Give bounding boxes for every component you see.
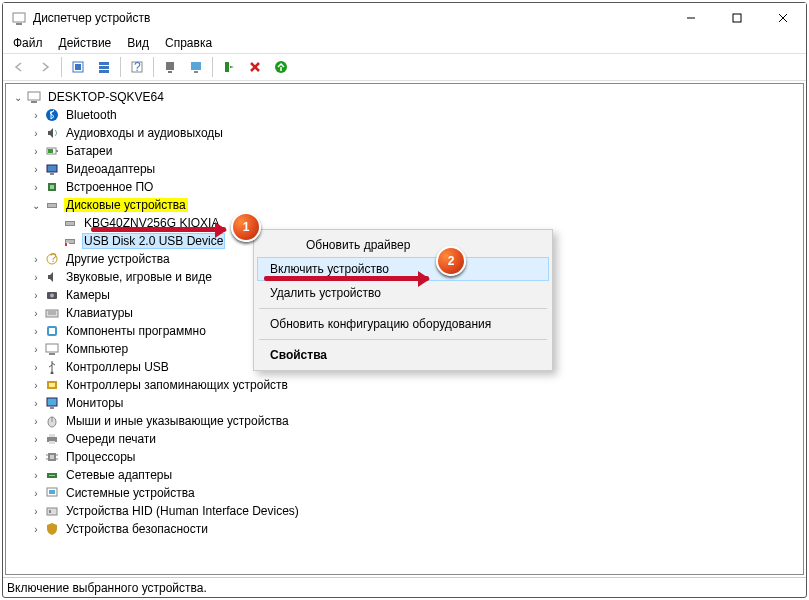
bluetooth-icon [44,107,60,123]
keyboard-icon [44,305,60,321]
toolbar-button[interactable] [217,55,241,79]
svg-rect-47 [46,344,58,352]
unknown-icon: ? [44,251,60,267]
svg-rect-51 [49,383,55,387]
expand-icon[interactable]: › [28,269,44,285]
expand-icon[interactable]: › [28,449,44,465]
collapse-icon[interactable]: ⌄ [10,89,26,105]
context-menu: Обновить драйвер Включить устройство Уда… [253,229,553,371]
expand-icon[interactable]: › [28,161,44,177]
tree-node[interactable]: ›Процессоры [10,448,803,466]
svg-point-41 [50,294,54,298]
svg-rect-27 [47,165,57,172]
expand-icon[interactable]: › [28,503,44,519]
tree-node[interactable]: ›Устройства HID (Human Interface Devices… [10,502,803,520]
svg-rect-69 [47,508,57,515]
expand-icon[interactable]: › [28,107,44,123]
svg-rect-28 [50,173,54,175]
menu-view[interactable]: Вид [121,34,155,52]
svg-rect-57 [49,434,55,437]
tree-node[interactable]: ›Очереди печати [10,430,803,448]
svg-rect-70 [49,510,51,513]
tree-node[interactable]: ›Устройства безопасности [10,520,803,538]
delete-button[interactable] [243,55,267,79]
disk-icon [62,215,78,231]
sound-icon [44,269,60,285]
tree-node[interactable]: ›Батареи [10,142,803,160]
expand-icon[interactable]: › [28,143,44,159]
menu-separator [259,339,547,340]
ctx-uninstall-device[interactable]: Удалить устройство [257,281,549,305]
expand-icon[interactable]: › [28,251,44,267]
menu-help[interactable]: Справка [159,34,218,52]
tree-node[interactable]: ›Контроллеры запоминающих устройств [10,376,803,394]
toolbar-button[interactable] [184,55,208,79]
svg-rect-25 [56,150,58,152]
svg-text:?: ? [134,60,141,74]
tree-root[interactable]: ⌄ DESKTOP-SQKVE64 [10,88,803,106]
expand-icon[interactable]: › [28,431,44,447]
mouse-icon [44,413,60,429]
expand-icon[interactable]: › [28,305,44,321]
expand-icon[interactable]: › [28,521,44,537]
svg-rect-26 [48,149,53,153]
svg-rect-16 [194,71,198,73]
svg-rect-58 [49,441,55,444]
ctx-properties[interactable]: Свойства [257,343,549,367]
ctx-scan-hardware[interactable]: Обновить конфигурацию оборудования [257,312,549,336]
close-button[interactable] [760,3,806,33]
enable-button[interactable] [269,55,293,79]
svg-rect-14 [168,71,172,73]
maximize-button[interactable] [714,3,760,33]
menu-action[interactable]: Действие [53,34,118,52]
expand-icon[interactable]: › [28,413,44,429]
forward-button[interactable] [33,55,57,79]
svg-rect-52 [47,398,57,406]
tree-node[interactable]: ›Сетевые адаптеры [10,466,803,484]
expand-icon[interactable]: › [28,395,44,411]
tree-node[interactable]: ›Системные устройства [10,484,803,502]
expand-icon[interactable]: › [28,377,44,393]
disk-icon [44,197,60,213]
svg-rect-15 [191,62,201,70]
software-icon [44,323,60,339]
tree-node[interactable]: ›Мониторы [10,394,803,412]
tree-node[interactable]: ›Видеоадаптеры [10,160,803,178]
toolbar-button[interactable] [158,55,182,79]
device-manager-window: Диспетчер устройств Файл Действие Вид Сп… [2,2,807,598]
printer-icon [44,431,60,447]
svg-point-49 [51,372,54,375]
expand-icon[interactable]: › [28,179,44,195]
svg-rect-30 [50,185,54,189]
menu-bar: Файл Действие Вид Справка [3,33,806,53]
tree-node[interactable]: ›Bluetooth [10,106,803,124]
tree-node[interactable]: ›Аудиовходы и аудиовыходы [10,124,803,142]
expand-icon[interactable]: › [28,467,44,483]
expand-icon[interactable]: › [28,485,44,501]
toolbar-button[interactable] [92,55,116,79]
svg-rect-34 [66,222,74,225]
back-button[interactable] [7,55,31,79]
battery-icon [44,143,60,159]
ctx-update-driver[interactable]: Обновить драйвер [257,233,549,257]
app-icon [11,10,27,26]
expand-icon[interactable]: › [28,323,44,339]
expand-icon[interactable]: › [28,125,44,141]
tree-node[interactable]: ›Встроенное ПО [10,178,803,196]
title-bar[interactable]: Диспетчер устройств [3,3,806,33]
help-button[interactable]: ? [125,55,149,79]
toolbar: ? [3,53,806,81]
audio-icon [44,125,60,141]
menu-file[interactable]: Файл [7,34,49,52]
collapse-icon[interactable]: ⌄ [28,197,44,213]
tree-node-disks[interactable]: ⌄Дисковые устройства [10,196,803,214]
minimize-button[interactable] [668,3,714,33]
annotation-arrow [91,227,226,232]
svg-rect-9 [99,66,109,69]
tree-node[interactable]: ›Мыши и иные указывающие устройства [10,412,803,430]
annotation-badge-2: 2 [436,246,466,276]
expand-icon[interactable]: › [28,359,44,375]
toolbar-button[interactable] [66,55,90,79]
expand-icon[interactable]: › [28,287,44,303]
expand-icon[interactable]: › [28,341,44,357]
